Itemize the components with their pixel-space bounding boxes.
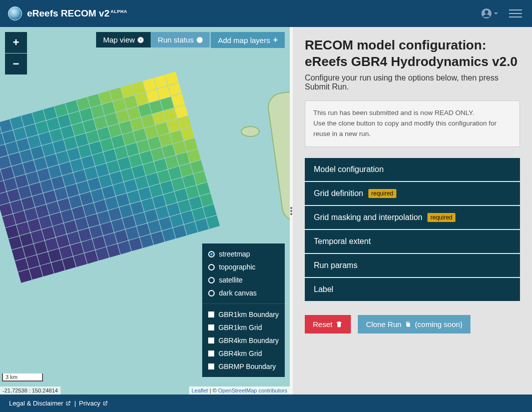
plus-icon: + — [273, 36, 278, 44]
zoom-in-button[interactable]: + — [5, 32, 27, 53]
basemap-option-topographic[interactable]: topographic — [208, 260, 279, 274]
osm-link[interactable]: OpenStreetMap contributors — [218, 388, 287, 394]
tab-run-status[interactable]: Run status — [151, 32, 210, 48]
radio-icon — [208, 277, 215, 284]
pane-resizer[interactable] — [290, 27, 293, 394]
leaflet-link[interactable]: Leaflet — [192, 388, 208, 394]
external-link-icon — [65, 400, 71, 406]
checkbox-icon — [208, 338, 214, 344]
land-shape — [241, 126, 260, 137]
scale-bar: 3 km — [2, 374, 43, 382]
alpha-badge: ALPHA — [111, 9, 128, 14]
overlay-option-GBR1km-Boundary[interactable]: GBR1km Boundary — [208, 308, 279, 321]
accordion-label[interactable]: Label — [305, 278, 520, 301]
legal-link[interactable]: Legal & Disclaimer — [9, 400, 71, 407]
zoom-out-button[interactable]: − — [5, 54, 27, 74]
radio-icon — [208, 290, 215, 296]
layer-control: streetmaptopographicsatellitedark canvas… — [202, 244, 285, 377]
navbar: eReefs RECOM v2ALPHA — [0, 0, 532, 27]
basemap-option-satellite[interactable]: satellite — [208, 274, 279, 286]
map-attribution: Leaflet | © OpenStreetMap contributors — [189, 386, 290, 394]
add-map-layers-button[interactable]: Add map layers + — [211, 32, 285, 48]
reset-button[interactable]: Reset — [305, 315, 351, 334]
overlay-option-GBR1km-Grid[interactable]: GBR1km Grid — [208, 321, 279, 334]
hamburger-menu[interactable] — [507, 8, 524, 20]
overlay-option-GBR4km-Boundary[interactable]: GBR4km Boundary — [208, 334, 279, 347]
accordion-grid-masking-and-interpolation[interactable]: Grid masking and interpolationrequired — [305, 206, 520, 229]
required-badge: required — [427, 213, 455, 222]
config-sidebar: RECOM model configuration: eReefs GBR4 H… — [293, 27, 532, 394]
footer: Legal & Disclaimer | Privacy — [0, 394, 532, 412]
map-pane[interactable]: + − Map view Run status Add map layers + — [0, 27, 290, 394]
brand-logo-icon — [8, 6, 22, 20]
page-subtitle: Configure your run using the options bel… — [305, 74, 520, 92]
radio-icon — [208, 264, 215, 270]
clone-run-button[interactable]: Clone Run (coming soon) — [358, 315, 470, 334]
checkbox-icon — [208, 364, 214, 370]
model-grid-overlay — [0, 72, 220, 282]
basemap-option-streetmap[interactable]: streetmap — [208, 248, 279, 260]
accordion-model-configuration[interactable]: Model configuration — [305, 158, 520, 181]
svg-point-1 — [484, 10, 488, 14]
checkbox-icon — [208, 312, 214, 318]
brand[interactable]: eReefs RECOM v2ALPHA — [8, 6, 127, 20]
checkbox-icon — [208, 350, 214, 356]
required-badge: required — [368, 189, 396, 198]
trash-icon — [335, 320, 343, 328]
land-shape — [266, 90, 290, 224]
overlay-option-GBRMP-Boundary[interactable]: GBRMP Boundary — [208, 360, 279, 373]
coordinates-readout: -21.72538 : 150.24814 — [0, 386, 61, 394]
user-menu[interactable] — [481, 8, 498, 19]
overlay-option-GBR4km-Grid[interactable]: GBR4km Grid — [208, 347, 279, 360]
accordion-run-params[interactable]: Run params — [305, 254, 520, 277]
caret-down-icon — [494, 12, 498, 14]
accordion-temporal-extent[interactable]: Temporal extent — [305, 230, 520, 253]
accordion-grid-definition[interactable]: Grid definitionrequired — [305, 182, 520, 205]
page-title: RECOM model configuration: eReefs GBR4 H… — [305, 37, 520, 70]
checkbox-icon — [208, 324, 214, 330]
tab-map-view[interactable]: Map view — [96, 32, 151, 48]
readonly-notice: This run has been submitted and is now R… — [305, 100, 520, 147]
privacy-link[interactable]: Privacy — [79, 400, 109, 407]
basemap-option-dark-canvas[interactable]: dark canvas — [208, 286, 279, 300]
radio-icon — [208, 251, 215, 258]
radio-filled-icon — [138, 37, 144, 43]
radio-empty-icon — [197, 37, 203, 43]
user-icon — [481, 8, 492, 19]
external-link-icon — [102, 400, 108, 406]
brand-text: eReefs RECOM v2ALPHA — [27, 8, 127, 19]
copy-icon — [404, 320, 412, 328]
